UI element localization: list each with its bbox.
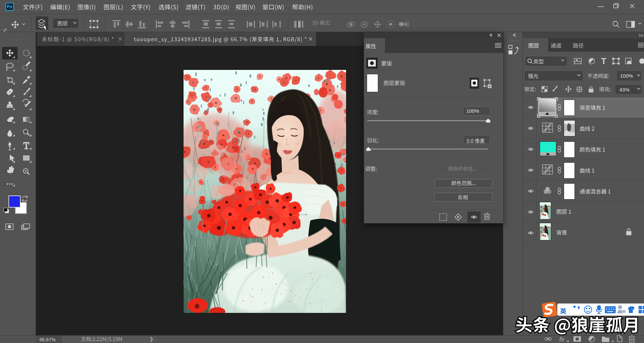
svg-text:fx: fx (559, 336, 565, 343)
